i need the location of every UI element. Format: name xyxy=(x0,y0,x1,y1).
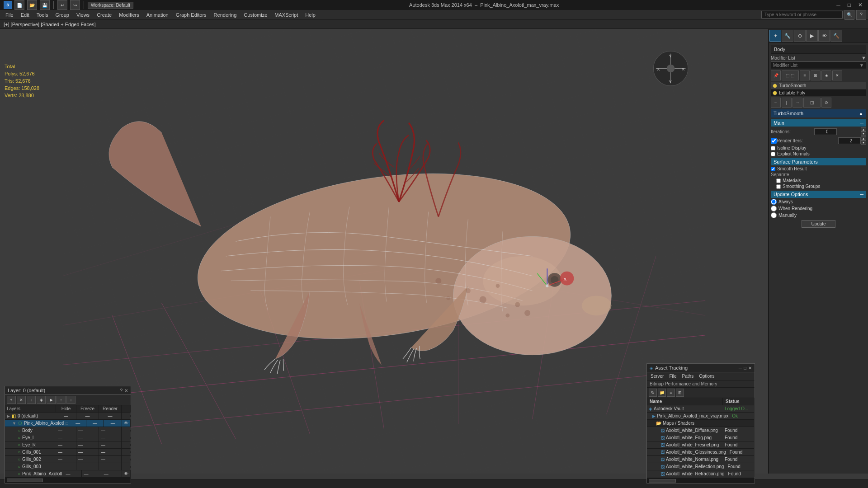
workspace-selector[interactable]: Workspace: Default xyxy=(88,2,133,9)
remove-btn[interactable]: ✕ xyxy=(832,70,842,80)
motion-panel-icon[interactable]: ▶ xyxy=(806,30,818,42)
at-row-normal[interactable]: 🖼 Axolotl_white_Normal.png Found xyxy=(647,456,755,463)
eye-l-freeze[interactable]: — xyxy=(76,434,99,441)
at-tb-list[interactable]: ≡ xyxy=(667,389,675,397)
layer-row-body[interactable]: ○ Body — — — xyxy=(5,427,131,434)
layer-row-gills-003[interactable]: ○ Gills_003 — — — xyxy=(5,463,131,470)
layer-delete-btn[interactable]: ✕ xyxy=(17,396,26,404)
bitmap-performance-link[interactable]: Bitmap Performance and Memory xyxy=(647,380,755,388)
gills-003-render[interactable]: — xyxy=(99,463,122,470)
editable-poly-bulb[interactable] xyxy=(773,91,777,95)
at-tb-locate[interactable]: 📁 xyxy=(658,389,666,397)
at-minimize-btn[interactable]: ─ xyxy=(739,366,742,371)
at-menu-file[interactable]: File xyxy=(667,373,678,379)
menu-edit[interactable]: Edit xyxy=(17,11,33,19)
materials-checkbox[interactable] xyxy=(776,178,781,183)
menu-rendering[interactable]: Rendering xyxy=(210,11,241,19)
axolotl-sub-freeze[interactable]: — xyxy=(82,470,102,477)
iterations-input[interactable] xyxy=(814,128,837,135)
axolotl-render-cell[interactable]: — xyxy=(104,420,122,427)
axolotl-hide-cell[interactable]: — xyxy=(70,420,86,427)
isoline-checkbox[interactable] xyxy=(771,146,775,150)
layer-scroll-thumb[interactable] xyxy=(7,479,43,482)
axolotl-sub-render[interactable]: — xyxy=(102,470,122,477)
menu-animation[interactable]: Animation xyxy=(143,11,172,19)
at-menu-server[interactable]: Server xyxy=(649,373,665,379)
default-expand[interactable]: ▶ xyxy=(7,414,10,418)
menu-views[interactable]: Views xyxy=(73,11,93,19)
save-btn[interactable]: 💾 xyxy=(40,0,50,10)
pin-stack-btn[interactable]: 📌 xyxy=(771,70,781,80)
maximize-btn[interactable]: □ xyxy=(846,2,853,8)
axolotl-expand[interactable]: ▼ xyxy=(12,421,16,426)
layer-row-default[interactable]: ▶ ◧ 0 (default) — — — xyxy=(5,413,131,420)
menu-customize[interactable]: Customize xyxy=(240,11,271,19)
layer-row-eye-r[interactable]: ○ Eye_R — — — xyxy=(5,441,131,449)
undo-btn[interactable]: ↩ xyxy=(57,0,67,10)
default-render-cell[interactable]: — xyxy=(99,413,122,419)
minimize-btn[interactable]: ─ xyxy=(835,2,842,8)
modifier-nav-4[interactable]: ◫ xyxy=(803,98,821,108)
manually-radio[interactable] xyxy=(771,212,777,218)
default-freeze-cell[interactable]: — xyxy=(76,413,99,419)
at-scrollbar[interactable] xyxy=(647,478,755,483)
body-freeze[interactable]: — xyxy=(76,427,99,434)
iter-down[interactable]: ▼ xyxy=(861,131,866,136)
main-section[interactable]: Main ─ xyxy=(771,119,866,127)
turbosmooth-section-header[interactable]: TurboSmooth ▲ xyxy=(771,109,866,117)
menu-tools[interactable]: Tools xyxy=(33,11,52,19)
redo-btn[interactable]: ↪ xyxy=(70,0,80,10)
axolotl-sub-hide[interactable]: — xyxy=(64,470,82,477)
render-iters-spinner[interactable]: ▲ ▼ xyxy=(861,136,866,145)
at-tb-thumb[interactable]: ⊞ xyxy=(676,389,684,397)
editable-poly-modifier[interactable]: Editable Poly xyxy=(771,89,866,96)
modifier-nav-1[interactable]: ← xyxy=(771,98,781,108)
layer-new-btn[interactable]: + xyxy=(7,396,16,404)
menu-file[interactable]: File xyxy=(2,11,17,19)
at-tb-refresh[interactable]: ↻ xyxy=(649,389,657,397)
utilities-panel-icon[interactable]: 🔨 xyxy=(830,30,842,42)
layer-row-gills-002[interactable]: ○ Gills_002 — — — xyxy=(5,456,131,463)
gills-001-hide[interactable]: — xyxy=(56,449,76,455)
body-render[interactable]: — xyxy=(99,427,122,434)
body-hide[interactable]: — xyxy=(56,427,76,434)
eye-r-render[interactable]: — xyxy=(99,441,122,448)
at-row-vault[interactable]: ◈ Autodesk Vault Logged O... xyxy=(647,405,755,413)
menu-group[interactable]: Group xyxy=(52,11,73,19)
render-iters-input[interactable] xyxy=(838,137,861,144)
modifier-nav-3[interactable]: → xyxy=(793,98,802,108)
turbosmooth-active-bulb[interactable] xyxy=(773,84,777,88)
menu-maxscript[interactable]: MAXScript xyxy=(271,11,302,19)
search-icon[interactable]: 🔍 xyxy=(844,10,854,20)
help-icon[interactable]: ? xyxy=(856,10,866,20)
layer-row-axolotl-sub[interactable]: ○ Pink_Albino_Axolotl — — — 👁 xyxy=(5,470,131,478)
ri-up[interactable]: ▲ xyxy=(861,136,866,141)
gills-003-hide[interactable]: — xyxy=(56,463,76,470)
layer-add-selected-btn[interactable]: ↓ xyxy=(27,396,36,404)
make-unique-btn[interactable]: ◈ xyxy=(821,70,831,80)
ri-down[interactable]: ▼ xyxy=(861,141,866,145)
gills-002-render[interactable]: — xyxy=(99,456,122,463)
show-subtree-btn[interactable]: ⊞ xyxy=(811,70,821,80)
iter-up[interactable]: ▲ xyxy=(861,127,866,131)
at-menu-options[interactable]: Options xyxy=(697,373,716,379)
at-row-fog[interactable]: 🖼 Axolotl_white_Fog.png Found xyxy=(647,434,755,441)
update-button[interactable]: Update xyxy=(802,220,835,228)
gills-001-render[interactable]: — xyxy=(99,449,122,455)
gills-003-freeze[interactable]: — xyxy=(76,463,99,470)
menu-help[interactable]: Help xyxy=(302,11,319,19)
display-panel-icon[interactable]: 👁 xyxy=(818,30,830,42)
layer-row-eye-l[interactable]: ○ Eye_L — — — xyxy=(5,434,131,441)
at-row-reflection[interactable]: 🖼 Axolotl_white_Reflection.png Found xyxy=(647,463,755,470)
modifier-nav-5[interactable]: ⊙ xyxy=(821,98,831,108)
layer-select-btn[interactable]: ◈ xyxy=(37,396,46,404)
at-maximize-btn[interactable]: □ xyxy=(744,366,746,371)
at-row-refraction[interactable]: 🖼 Axolotl_white_Refraction.png Found xyxy=(647,470,755,478)
open-btn[interactable]: 📂 xyxy=(27,0,37,10)
render-iters-checkbox[interactable] xyxy=(771,138,777,144)
at-close-btn[interactable]: ✕ xyxy=(748,366,752,371)
layer-row-axolotl[interactable]: ▼ ⬡ Pink_Albino_Axolotl □ — — — 👁 xyxy=(5,420,131,427)
layer-scrollbar[interactable] xyxy=(5,478,131,483)
menu-modifiers[interactable]: Modifiers xyxy=(115,11,143,19)
update-options-section[interactable]: Update Options ─ xyxy=(771,191,866,198)
